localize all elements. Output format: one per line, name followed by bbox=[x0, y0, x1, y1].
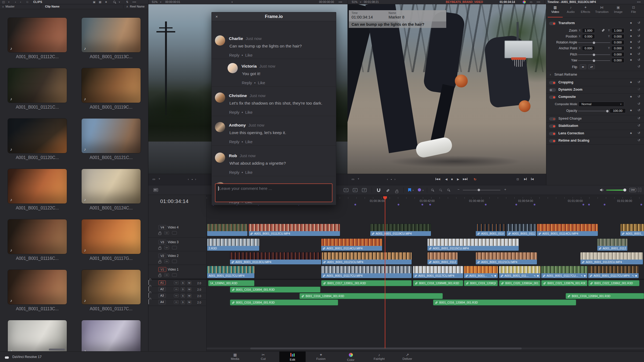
page-deliver[interactable]: ↗Deliver bbox=[394, 352, 420, 362]
video-clip[interactable]: A001_B001_01117CU.MP4 bbox=[321, 266, 412, 278]
media-clip[interactable]: ♪A001_B001_01124C... bbox=[81, 169, 141, 210]
reset-icon[interactable]: ↺ bbox=[638, 124, 640, 127]
fit-to-window-icon[interactable]: ⊡ bbox=[517, 178, 519, 181]
jog-forward-icon[interactable]: › bbox=[394, 178, 396, 181]
auto-select-icon[interactable]: <> bbox=[174, 287, 179, 291]
source-zoom-level[interactable]: 51% bbox=[152, 0, 158, 4]
tab-audio[interactable]: ♪Audio bbox=[563, 5, 578, 17]
page-edit[interactable]: Edit bbox=[279, 352, 306, 362]
playhead[interactable] bbox=[385, 198, 385, 348]
media-clip[interactable]: ♪A001_B001_01113C... bbox=[8, 269, 67, 311]
grid-view-icon[interactable]: ▦ bbox=[99, 0, 101, 4]
reply-button[interactable]: Reply bbox=[242, 80, 252, 85]
column-clip-name[interactable]: Clip Name bbox=[45, 5, 60, 8]
zoom-full-extent-icon[interactable] bbox=[431, 189, 433, 191]
play-button[interactable]: ▶ bbox=[457, 178, 459, 181]
track-number[interactable]: A4 bbox=[158, 300, 166, 304]
tab-effects[interactable]: ✦Effects bbox=[578, 5, 593, 17]
auto-select-icon[interactable]: <> bbox=[164, 231, 169, 235]
tab-transition[interactable]: ⋈Transition bbox=[594, 5, 609, 17]
video-clip[interactable] bbox=[207, 224, 247, 236]
link-clips-icon[interactable] bbox=[386, 189, 390, 193]
zoom-y-field[interactable]: 1.000 bbox=[611, 28, 624, 33]
video-clip[interactable]: A001_B001_01117CU.MP4 bbox=[207, 266, 254, 278]
tab-video[interactable]: ▥Video bbox=[548, 5, 563, 17]
position-x-field[interactable]: 0.000 bbox=[582, 34, 595, 39]
auto-select-icon[interactable]: <> bbox=[174, 281, 179, 285]
timeline-marker[interactable] bbox=[583, 204, 584, 205]
timeline-marker[interactable] bbox=[641, 204, 642, 205]
solo-button[interactable]: S bbox=[181, 300, 185, 304]
anchor-y-field[interactable]: 0.000 bbox=[611, 46, 624, 51]
page-fusion[interactable]: ✦Fusion bbox=[308, 352, 334, 362]
flag-icon[interactable] bbox=[408, 188, 411, 192]
media-clip[interactable]: ♪A001_B001_01121C... bbox=[81, 118, 141, 160]
video-clip[interactable]: A001_B001_01113CU.MP4 bbox=[230, 252, 321, 264]
media-clip[interactable]: ♪A001_B001_01119C... bbox=[81, 68, 141, 110]
smart-reframe-section[interactable]: › Smart Reframe bbox=[546, 71, 644, 79]
timeline-marker[interactable] bbox=[534, 204, 535, 205]
chevron-down-icon[interactable]: ∨ bbox=[8, 0, 10, 4]
solo-button[interactable]: S bbox=[181, 294, 185, 298]
like-button[interactable]: Like bbox=[245, 170, 253, 175]
video-clip[interactable]: A001_B001_01119CU.MP4 bbox=[370, 224, 431, 236]
audio-clip[interactable]: B001_C019_1208QG... bbox=[464, 280, 498, 286]
flip-horizontal-button[interactable]: ◂▸ bbox=[580, 64, 586, 69]
transform-toggle[interactable] bbox=[549, 22, 556, 25]
video-clip[interactable]: A001_B001_01115CU.MP4 bbox=[427, 239, 519, 251]
timeline-zoom-slider[interactable] bbox=[463, 190, 500, 190]
media-clip[interactable]: ♪A001_B001_01121C... bbox=[8, 68, 67, 110]
tab-image[interactable]: ▣Image bbox=[611, 5, 626, 17]
media-clip[interactable]: ♪A001_B001_01117G... bbox=[81, 219, 141, 261]
lock-icon[interactable] bbox=[148, 280, 149, 285]
timeline-horizontal-scrollbar[interactable] bbox=[207, 348, 644, 349]
page-color[interactable]: Color bbox=[338, 352, 364, 362]
pitch-slider[interactable] bbox=[578, 54, 610, 55]
auto-select-icon[interactable]: <> bbox=[174, 294, 179, 297]
timeline-marker[interactable] bbox=[422, 204, 423, 205]
sort-icon[interactable]: ⇅ bbox=[126, 0, 129, 4]
opacity-slider[interactable] bbox=[578, 111, 608, 111]
reply-button[interactable]: Reply bbox=[229, 110, 239, 114]
reply-button[interactable]: Reply bbox=[229, 139, 239, 144]
dim-button[interactable]: DIM bbox=[629, 188, 636, 192]
go-to-first-frame-button[interactable]: ◀◀ bbox=[436, 178, 440, 180]
timeline-clip-icon[interactable]: ▭ bbox=[352, 178, 354, 181]
unlink-icon[interactable]: ⧉ bbox=[26, 0, 28, 4]
clip-enable-icon[interactable] bbox=[172, 231, 177, 235]
track-number[interactable]: V4 bbox=[158, 225, 166, 230]
cropping-section[interactable]: Cropping ◆ ↺ bbox=[546, 79, 644, 86]
timeline-viewer[interactable]: Time 01:00:34:14 Name Marker 8 Can we bu… bbox=[347, 4, 546, 174]
chevron-down-icon[interactable]: ∨ bbox=[358, 178, 359, 180]
keyframe-icon[interactable]: ◆ bbox=[630, 21, 632, 24]
color-controls-icon[interactable] bbox=[523, 1, 526, 3]
tab-file[interactable]: ⊡File bbox=[626, 5, 641, 17]
keyframe-icon[interactable]: ◆ bbox=[630, 29, 632, 31]
comment-input[interactable]: Leave your comment here ... bbox=[215, 183, 332, 202]
speed-change-toggle[interactable] bbox=[549, 117, 556, 121]
media-clip[interactable]: ♪A001_B001_01122C... bbox=[8, 169, 67, 210]
back-icon[interactable]: ‹ bbox=[15, 0, 16, 4]
track-number[interactable]: A3 bbox=[158, 293, 166, 298]
page-fairlight[interactable]: ♪Fairlight bbox=[366, 352, 392, 362]
timeline-marker[interactable] bbox=[588, 204, 590, 205]
video-clip[interactable]: A001_B001_011C... bbox=[476, 224, 505, 236]
bin-master[interactable]: ∨Master bbox=[2, 5, 14, 8]
video-clip[interactable]: A001_B001_011...∿ ◆ bbox=[499, 266, 540, 278]
replace-clip-icon[interactable]: ↺ bbox=[362, 188, 367, 192]
keyframe-icon[interactable]: ◆ bbox=[630, 40, 632, 43]
anchor-x-field[interactable]: 0.000 bbox=[582, 46, 595, 51]
play-reverse-button[interactable]: ◀ bbox=[445, 178, 447, 181]
more-options-icon[interactable]: ••• bbox=[133, 0, 136, 4]
media-clip[interactable]: ♪A001_B001_01117C... bbox=[81, 269, 141, 311]
cropping-toggle[interactable] bbox=[549, 81, 556, 84]
loop-playback-button[interactable]: ↻ bbox=[474, 178, 476, 181]
more-options-icon[interactable]: ••• bbox=[637, 0, 641, 4]
audio-clip[interactable]: B001_C016_120894_001.R3D bbox=[230, 300, 338, 305]
jog-forward-icon[interactable]: › bbox=[195, 178, 196, 181]
auto-select-icon[interactable]: <> bbox=[164, 260, 169, 263]
forward-icon[interactable]: › bbox=[20, 0, 21, 4]
jog-dot-icon[interactable]: ● bbox=[192, 178, 193, 180]
audio-clip[interactable]: B001_C020_1208GH_001.... bbox=[499, 280, 540, 286]
reply-button[interactable]: Reply bbox=[229, 53, 239, 57]
